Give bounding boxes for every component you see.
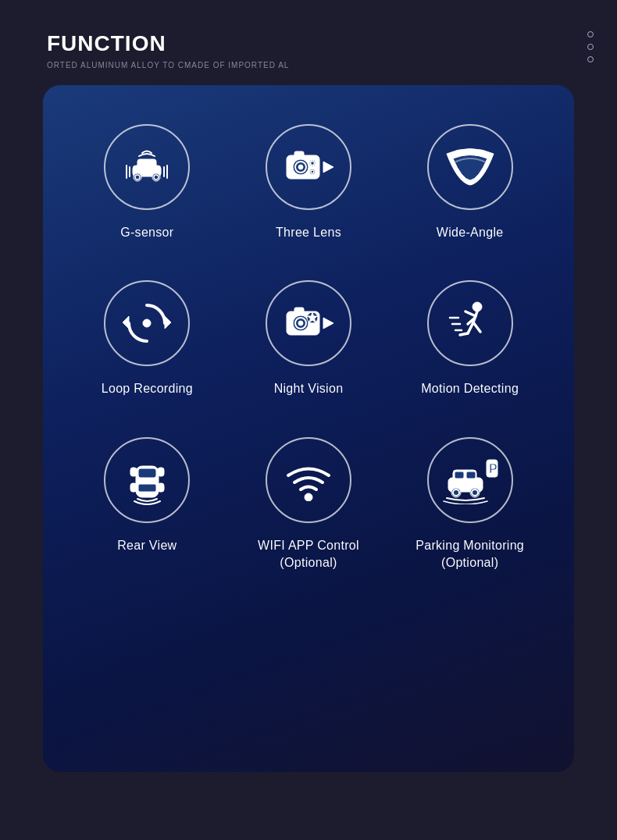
- svg-line-36: [473, 322, 480, 332]
- motion-detecting-icon-circle: [427, 280, 513, 366]
- svg-rect-44: [130, 468, 137, 476]
- wide-angle-icon-circle: [427, 124, 513, 210]
- parking-monitoring-icon-circle: P: [427, 437, 513, 523]
- svg-rect-1: [137, 159, 156, 169]
- svg-marker-20: [165, 316, 171, 329]
- feature-loop-recording: Loop Recording: [66, 280, 228, 397]
- svg-point-26: [298, 321, 303, 326]
- page-subtitle: ORTED ALUMINUM ALLOY TO CMADE OF IMPORTE…: [47, 61, 570, 69]
- feature-rear-view: Rear View: [66, 437, 228, 572]
- wifi-icon-circle: [266, 437, 351, 523]
- motion-detecting-label: Motion Detecting: [421, 380, 519, 397]
- features-card: G-sensor: [43, 85, 574, 772]
- svg-rect-51: [455, 472, 464, 479]
- three-lens-icon-circle: [266, 124, 351, 210]
- feature-g-sensor: G-sensor: [66, 124, 228, 241]
- svg-point-31: [473, 302, 482, 311]
- svg-rect-52: [466, 472, 476, 479]
- features-grid: G-sensor: [59, 109, 558, 588]
- svg-line-37: [460, 333, 468, 335]
- page-title: FUNCTION: [47, 31, 570, 56]
- loop-recording-icon: [123, 299, 171, 347]
- feature-three-lens: Three Lens: [228, 124, 390, 241]
- wifi-icon: [284, 458, 333, 501]
- svg-rect-46: [130, 483, 137, 492]
- svg-point-22: [143, 319, 151, 327]
- svg-marker-17: [323, 162, 333, 173]
- night-vision-icon: [283, 302, 333, 345]
- feature-wide-angle: Wide-Angle: [389, 124, 551, 241]
- svg-rect-42: [138, 468, 156, 478]
- page-header: FUNCTION ORTED ALUMINUM ALLOY TO CMADE O…: [0, 0, 617, 77]
- wifi-app-control-label: WIFI APP Control(Optional): [258, 537, 359, 572]
- svg-point-48: [305, 493, 312, 501]
- feature-wifi-app-control: WIFI APP Control(Optional): [228, 437, 390, 572]
- motion-detecting-icon: [446, 299, 494, 347]
- g-sensor-icon-circle: [104, 124, 190, 210]
- wide-angle-icon: [444, 148, 497, 187]
- g-sensor-label: G-sensor: [120, 224, 173, 241]
- wide-angle-label: Wide-Angle: [437, 224, 504, 241]
- night-vision-label: Night Vision: [274, 380, 344, 397]
- feature-night-vision: Night Vision: [228, 280, 390, 397]
- parking-monitoring-label: Parking Monitoring(Optional): [415, 537, 524, 572]
- feature-parking-monitoring: P Parking Monitoring(Optional): [389, 437, 551, 572]
- loop-recording-icon-circle: [104, 280, 190, 366]
- parking-monitoring-icon: P: [442, 456, 498, 504]
- g-sensor-icon: [123, 144, 170, 190]
- rear-view-icon: [122, 454, 173, 505]
- three-lens-icon: [283, 146, 333, 189]
- svg-rect-27: [294, 308, 304, 313]
- svg-rect-45: [158, 468, 164, 476]
- svg-rect-14: [294, 151, 304, 157]
- svg-marker-21: [123, 316, 129, 329]
- svg-text:P: P: [489, 462, 498, 475]
- loop-recording-label: Loop Recording: [102, 380, 193, 397]
- svg-rect-47: [158, 483, 164, 492]
- three-lens-label: Three Lens: [276, 224, 341, 241]
- feature-motion-detecting: Motion Detecting: [389, 280, 551, 397]
- svg-line-33: [465, 311, 476, 316]
- night-vision-icon-circle: [266, 280, 351, 366]
- svg-point-13: [298, 165, 303, 169]
- svg-marker-30: [323, 318, 333, 329]
- rear-view-icon-circle: [104, 437, 190, 523]
- rear-view-label: Rear View: [117, 537, 177, 554]
- svg-rect-43: [138, 484, 156, 492]
